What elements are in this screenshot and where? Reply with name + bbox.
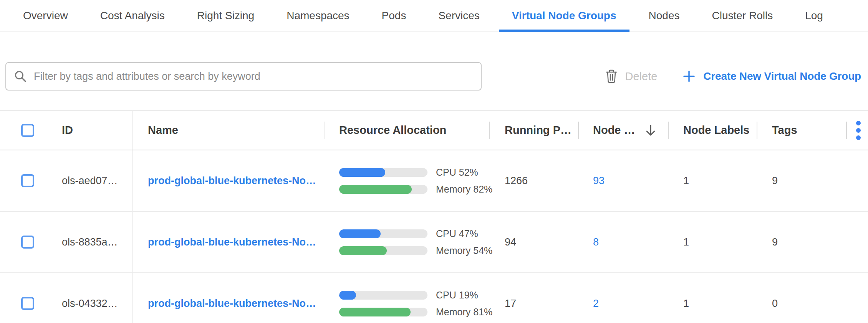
tab-overview[interactable]: Overview [10,0,81,31]
resource-allocation: CPU 47% Memory 54% [339,228,492,256]
cpu-usage-bar [339,229,427,238]
node-count-link[interactable]: 93 [593,175,605,187]
row-checkbox[interactable] [21,174,34,187]
tab-pods[interactable]: Pods [369,0,419,31]
vng-name-link[interactable]: prod-global-blue-kubernetes-No… [148,236,316,248]
search-input[interactable] [33,70,473,83]
vng-id: ols-8835a… [42,212,133,272]
filter-search-box[interactable] [5,62,482,91]
cpu-usage-bar [339,168,427,177]
node-labels-count: 1 [668,212,757,272]
memory-usage-label: Memory 54% [436,245,492,256]
column-settings-kebab-button[interactable] [855,119,862,142]
running-pods-count: 94 [489,212,578,272]
node-count-link[interactable]: 8 [593,236,599,248]
node-count-link[interactable]: 2 [593,298,599,310]
resource-allocation: CPU 19% Memory 81% [339,290,492,318]
vng-name-link[interactable]: prod-global-blue-kubernetes-No… [148,298,316,310]
memory-usage-bar [339,308,427,316]
memory-usage-bar [339,246,427,255]
column-header-resource-allocation[interactable]: Resource Allocation [325,111,489,150]
plus-icon [682,70,696,83]
table-row: ols-aed07… prod-global-blue-kubernetes-N… [0,150,868,212]
trash-icon [605,69,618,84]
create-new-virtual-node-group-button[interactable]: Create New Virtual Node Group [682,70,861,83]
tags-count: 9 [757,212,846,272]
memory-usage-label: Memory 81% [436,307,492,318]
row-checkbox[interactable] [21,297,34,310]
sort-descending-icon[interactable] [644,124,657,137]
column-header-node-labels[interactable]: Node Labels [668,111,757,150]
node-labels-count: 1 [668,150,757,211]
delete-label: Delete [625,70,658,83]
cpu-usage-label: CPU 52% [436,167,478,178]
table-header-row: ID Name Resource Allocation Running P… N… [0,110,868,150]
select-all-checkbox[interactable] [21,124,34,137]
tab-nodes[interactable]: Nodes [636,0,693,31]
table-row: ols-8835a… prod-global-blue-kubernetes-N… [0,212,868,273]
table-row: ols-04332… prod-global-blue-kubernetes-N… [0,273,868,323]
node-count-header-label: Node … [593,124,635,137]
row-checkbox[interactable] [21,236,34,249]
column-header-tags[interactable]: Tags [757,111,846,150]
create-label: Create New Virtual Node Group [703,70,861,82]
delete-button[interactable]: Delete [605,69,658,84]
vng-id: ols-04332… [42,273,133,323]
running-pods-count: 17 [489,273,578,323]
tags-count: 0 [757,273,846,323]
column-header-running-pods[interactable]: Running P… [489,111,578,150]
tab-services[interactable]: Services [425,0,492,31]
tags-count: 9 [757,150,846,211]
vng-name-link[interactable]: prod-global-blue-kubernetes-No… [148,175,316,187]
column-header-node-count[interactable]: Node … [578,111,668,150]
tab-namespaces[interactable]: Namespaces [273,0,362,31]
toolbar: Delete Create New Virtual Node Group [0,62,868,91]
tab-log[interactable]: Log [792,0,836,31]
tab-right-sizing[interactable]: Right Sizing [184,0,267,31]
column-header-id[interactable]: ID [42,111,133,150]
cpu-usage-bar [339,291,427,300]
vng-id: ols-aed07… [42,150,133,211]
memory-usage-label: Memory 82% [436,184,492,195]
toolbar-actions: Delete Create New Virtual Node Group [605,69,862,84]
tab-cluster-rolls[interactable]: Cluster Rolls [699,0,786,31]
tab-cost-analysis[interactable]: Cost Analysis [87,0,178,31]
running-pods-count: 1266 [489,150,578,211]
node-labels-count: 1 [668,273,757,323]
memory-usage-bar [339,185,427,194]
virtual-node-groups-table: ID Name Resource Allocation Running P… N… [0,110,868,323]
tab-virtual-node-groups[interactable]: Virtual Node Groups [499,0,629,31]
search-icon [14,70,27,83]
tab-bar: Overview Cost Analysis Right Sizing Name… [0,0,868,32]
cpu-usage-label: CPU 47% [436,228,478,239]
column-header-name[interactable]: Name [133,111,325,150]
cpu-usage-label: CPU 19% [436,290,478,301]
resource-allocation: CPU 52% Memory 82% [339,167,492,195]
